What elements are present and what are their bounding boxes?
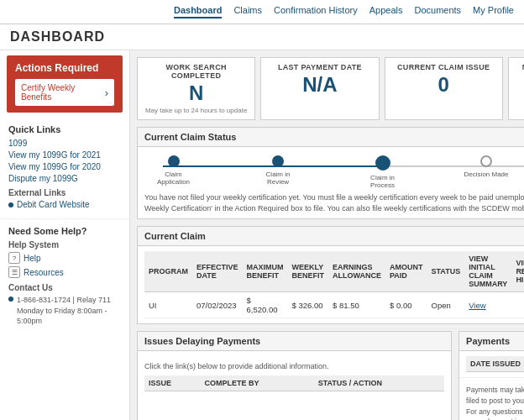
- next-week-label: NEXT WEEK FILE DATE: [516, 63, 524, 71]
- issues-header: Issues Delaying Payments: [138, 332, 451, 351]
- contact-us-title: Contact Us: [8, 283, 121, 292]
- step-claim-process: Claim in Process: [359, 155, 406, 189]
- link-1099[interactable]: 1099: [8, 139, 121, 148]
- resources-link-row: ☰ Resources: [8, 266, 121, 278]
- resources-link[interactable]: Resources: [24, 268, 64, 277]
- th-amount-paid: AMOUNT PAID: [385, 251, 427, 292]
- summary-row: WORK SEARCH COMPLETED N May take up to 2…: [137, 57, 524, 120]
- step-label-decision: Decision Made: [464, 171, 509, 178]
- td-weekly-benefit: $ 326.00: [288, 292, 329, 318]
- next-week-value: JUL 16: [516, 73, 524, 91]
- summary-last-payment: LAST PAYMENT DATE N/A: [260, 57, 379, 120]
- link-dispute-1099g[interactable]: Dispute my 1099G: [8, 174, 121, 183]
- step-claim-application: Claim Application: [150, 155, 196, 189]
- current-claim-table: PROGRAM EFFECTIVE DATE MAXIMUM BENEFIT W…: [144, 251, 524, 318]
- help-icon: ?: [8, 252, 20, 264]
- table-row: UI 07/02/2023 $ 6,520.00 $ 326.00 $ 81.5…: [144, 292, 524, 318]
- step-circle-review: [272, 155, 284, 167]
- payments-section-box: Payments DATE ISSUED AMOUNT PAID: [458, 331, 524, 420]
- th-earnings-allowance: EARNINGS ALLOWANCE: [328, 251, 385, 292]
- work-search-value: N: [144, 81, 248, 105]
- chevron-right-icon: ›: [105, 87, 108, 99]
- th-max-benefit: MAXIMUM BENEFIT: [243, 251, 288, 292]
- current-claim-issue-value: 0: [392, 73, 495, 97]
- th-weekly-benefit: WEEKLY BENEFIT: [288, 251, 329, 292]
- th-view-reactivate: VIEW REACTIVATE HISTORY: [511, 251, 524, 292]
- main-layout: Actions Required Certify Weekly Benefits…: [0, 50, 524, 420]
- payments-note: Payments may take up to 72 hours from da…: [459, 377, 524, 420]
- th-status: STATUS: [427, 251, 465, 292]
- nav-confirmation-history[interactable]: Confirmation History: [274, 5, 358, 18]
- sidebar: Actions Required Certify Weekly Benefits…: [0, 50, 130, 420]
- bottom-row: Issues Delaying Payments Click the link(…: [137, 331, 524, 420]
- step-circle-decision: [480, 155, 492, 167]
- work-search-label: WORK SEARCH COMPLETED: [144, 63, 248, 80]
- th-view-initial: VIEW INITIAL CLAIM SUMMARY: [464, 251, 511, 292]
- current-claim-body: PROGRAM EFFECTIVE DATE MAXIMUM BENEFIT W…: [138, 246, 524, 323]
- contact-details: 1-866-831-1724 | Relay 711 Monday to Fri…: [17, 295, 121, 327]
- step-label-application: Claim Application: [150, 171, 196, 186]
- help-system-title: Help System: [8, 240, 121, 249]
- current-claim-status-header: Current Claim Status: [138, 128, 524, 147]
- step-claim-review: Claim in Review: [255, 155, 301, 189]
- issues-section: Issues Delaying Payments Click the link(…: [137, 331, 452, 420]
- link-1099g-2020[interactable]: View my 1099G for 2020: [8, 162, 121, 171]
- need-help-title: Need Some Help?: [8, 226, 121, 236]
- th-status-action: STATUS / ACTION: [314, 375, 444, 391]
- link-1099g-2021[interactable]: View my 1099G for 2021: [8, 150, 121, 160]
- th-issue: ISSUE: [144, 375, 201, 391]
- td-status: Open: [427, 292, 465, 318]
- td-amount-paid: $ 0.00: [385, 292, 427, 318]
- quick-links-section: Quick Links 1099 View my 1099G for 2021 …: [0, 118, 129, 219]
- issues-section-box: Issues Delaying Payments Click the link(…: [137, 331, 452, 420]
- td-effective-date: 07/02/2023: [192, 292, 243, 318]
- td-program: UI: [144, 292, 192, 318]
- current-claim-issue-label: CURRENT CLAIM ISSUE: [392, 63, 495, 71]
- top-navigation: Dashboard Claims Confirmation History Ap…: [0, 0, 524, 24]
- step-label-process: Claim in Process: [359, 174, 406, 189]
- current-claim-header: Current Claim: [138, 227, 524, 246]
- actions-required-box: Actions Required Certify Weekly Benefits…: [7, 55, 123, 113]
- step-circle-application: [168, 155, 180, 167]
- last-payment-value: N/A: [268, 73, 371, 97]
- payments-body: DATE ISSUED AMOUNT PAID: [459, 351, 524, 377]
- main-content: WORK SEARCH COMPLETED N May take up to 2…: [130, 50, 524, 420]
- external-links-title: External Links: [8, 188, 121, 197]
- certify-weekly-benefits-label: Certify Weekly Benefits: [21, 83, 105, 102]
- certify-weekly-benefits-link[interactable]: Certify Weekly Benefits ›: [15, 79, 114, 106]
- payments-section: Payments DATE ISSUED AMOUNT PAID: [458, 331, 524, 420]
- view-initial-claim-link[interactable]: View: [469, 301, 485, 310]
- payments-header: Payments: [459, 332, 524, 351]
- issues-subtext: Click the link(s) below to provide addit…: [144, 358, 444, 375]
- need-some-help-section: Need Some Help? Help System ? Help ☰ Res…: [0, 219, 129, 333]
- summary-work-search: WORK SEARCH COMPLETED N May take up to 2…: [137, 57, 255, 120]
- contact-info-row: 1-866-831-1724 | Relay 711 Monday to Fri…: [8, 295, 121, 327]
- td-reactivate: [511, 292, 524, 318]
- contact-phone: 1-866-831-1724 | Relay 711: [17, 296, 111, 304]
- help-link-row: ? Help: [8, 252, 121, 264]
- step-label-review: Claim in Review: [255, 171, 301, 186]
- contact-hours: Monday to Friday 8:00am - 5:00pm: [17, 307, 107, 326]
- last-payment-label: LAST PAYMENT DATE: [268, 63, 371, 71]
- help-link[interactable]: Help: [24, 254, 41, 263]
- resources-icon: ☰: [8, 266, 20, 278]
- nav-claims[interactable]: Claims: [233, 5, 262, 18]
- payments-table: DATE ISSUED AMOUNT PAID: [466, 356, 524, 372]
- work-search-sub: May take up to 24 hours to update: [144, 107, 248, 114]
- th-complete-by: COMPLETE BY: [201, 375, 314, 391]
- current-claim-status-section: Current Claim Status Claim Application C…: [137, 127, 524, 219]
- step-circle-process: [375, 155, 390, 171]
- progress-steps: Claim Application Claim in Review Claim …: [150, 155, 524, 189]
- actions-required-title: Actions Required: [15, 62, 114, 74]
- nav-documents[interactable]: Documents: [414, 5, 461, 18]
- quick-links-title: Quick Links: [8, 124, 121, 134]
- nav-appeals[interactable]: Appeals: [369, 5, 403, 18]
- debit-card-website-link[interactable]: Debit Card Website: [17, 200, 90, 209]
- nav-dashboard[interactable]: Dashboard: [174, 5, 222, 18]
- step-decision-made: Decision Made: [464, 155, 509, 189]
- td-view-link[interactable]: View: [464, 292, 511, 318]
- td-max-benefit: $ 6,520.00: [243, 292, 288, 318]
- debit-card-link-row: Debit Card Website: [8, 200, 121, 209]
- next-week-sub: SUN 2023: [516, 92, 524, 100]
- nav-my-profile[interactable]: My Profile: [473, 5, 514, 18]
